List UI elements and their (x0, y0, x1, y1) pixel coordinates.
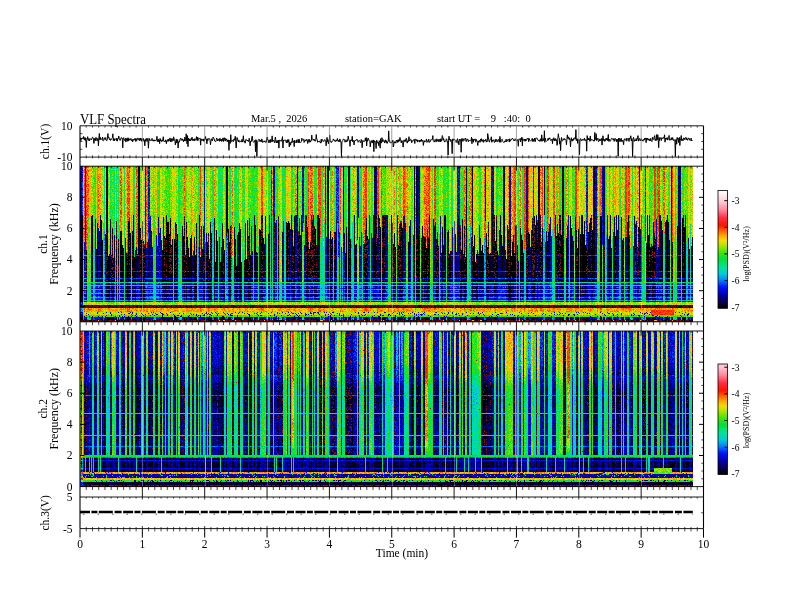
svg-text:Frequency (kHz): Frequency (kHz) (47, 203, 61, 285)
svg-text:8: 8 (576, 538, 582, 550)
svg-text:-3: -3 (732, 196, 740, 206)
svg-text:-7: -7 (732, 469, 740, 479)
svg-text:10: 10 (61, 120, 73, 132)
svg-text:6: 6 (451, 538, 457, 550)
svg-text:start UT = 9 :40: 0: start UT = 9 :40: 0 (437, 113, 531, 124)
svg-text:0: 0 (67, 316, 73, 328)
svg-text:Frequency (kHz): Frequency (kHz) (47, 368, 61, 450)
svg-text:-5: -5 (63, 523, 73, 535)
svg-text:-5: -5 (732, 416, 740, 426)
svg-text:station=GAK: station=GAK (345, 113, 402, 124)
svg-text:4: 4 (67, 418, 73, 430)
svg-text:10: 10 (698, 538, 710, 550)
svg-text:Mar.5 , 2026: Mar.5 , 2026 (251, 113, 307, 124)
svg-text:6: 6 (67, 387, 73, 399)
svg-text:10: 10 (61, 160, 73, 172)
svg-text:6: 6 (67, 222, 73, 234)
svg-text:2: 2 (67, 285, 73, 297)
svg-text:9: 9 (638, 538, 644, 550)
svg-text:-3: -3 (732, 363, 740, 373)
svg-text:8: 8 (67, 191, 73, 203)
svg-text:8: 8 (67, 356, 73, 368)
svg-text:VLF Spectra: VLF Spectra (80, 111, 146, 127)
svg-text:3: 3 (264, 538, 270, 550)
svg-text:-4: -4 (732, 389, 740, 399)
svg-text:ch.3(V): ch.3(V) (39, 495, 52, 531)
svg-text:-7: -7 (732, 303, 740, 313)
svg-text:4: 4 (67, 253, 73, 265)
svg-text:-5: -5 (732, 249, 740, 259)
svg-text:0: 0 (77, 538, 83, 550)
svg-text:1: 1 (139, 538, 145, 550)
svg-text:-4: -4 (732, 223, 740, 233)
svg-text:2: 2 (202, 538, 208, 550)
svg-text:ch.1(V): ch.1(V) (39, 124, 52, 160)
svg-text:2: 2 (67, 449, 73, 461)
svg-text:-6: -6 (732, 276, 740, 286)
svg-text:-6: -6 (732, 443, 740, 453)
svg-text:5: 5 (67, 491, 73, 503)
svg-text:Time (min): Time (min) (376, 547, 428, 560)
svg-text:log(PSD)(V2/Hz): log(PSD)(V2/Hz) (742, 392, 751, 448)
svg-text:4: 4 (327, 538, 333, 550)
svg-text:7: 7 (514, 538, 520, 550)
svg-text:log(PSD)(V2/Hz): log(PSD)(V2/Hz) (742, 226, 751, 282)
